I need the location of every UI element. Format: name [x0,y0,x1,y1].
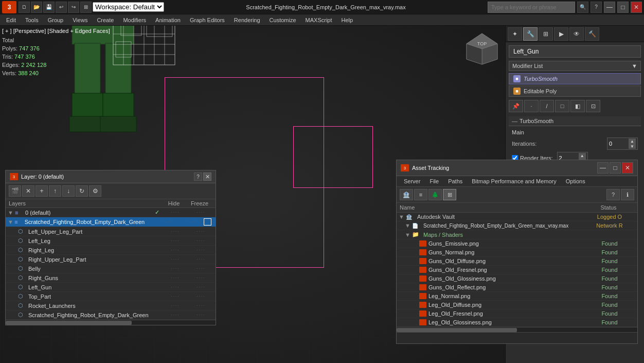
layer-item[interactable]: ⬡ Left_Leg · · · · · · · · [6,236,216,246]
asset-menu-server[interactable]: Server [400,177,424,185]
menu-animation[interactable]: Animation [151,16,185,24]
rp-tab-modify[interactable]: 🔧 [523,27,538,41]
rp-tab-create[interactable]: ✦ [508,27,522,41]
layer-move-up-btn[interactable]: ↑ [49,185,61,197]
iterations-down[interactable]: ▼ [629,144,636,149]
layer-item[interactable]: ⬡ Left_Gun · · · · · · · · [6,283,216,292]
asset-item-png[interactable]: Leg_Old_Fresnel.png Found [397,309,637,318]
layer-close-btn[interactable]: ✕ [203,172,211,181]
undo-btn[interactable]: ↩ [56,2,67,13]
border-btn[interactable]: □ [555,100,569,112]
render-iters-up[interactable]: ▲ [579,153,586,158]
layer-item[interactable]: ⬡ Top_Part · · · · · · · · [6,292,216,301]
expand-icon[interactable]: ▼ [8,219,14,225]
asset-scrollbar-thumb[interactable] [397,328,517,332]
open-file-btn[interactable]: 📂 [31,2,42,13]
iterations-input[interactable]: 0 ▲ ▼ [607,137,638,150]
menu-views[interactable]: Views [68,16,92,24]
expand-icon[interactable]: ▼ [8,210,15,216]
layer-item[interactable]: ▼ ≡ 0 (default) ✓ · · · · · · · · [6,208,216,217]
layer-settings-btn[interactable]: ⚙ [89,185,101,197]
asset-btn-list[interactable]: ≡ [414,189,427,200]
maximize-btn[interactable]: □ [617,2,629,13]
asset-btn-grid[interactable]: ⊞ [443,189,456,200]
menu-graph-editors[interactable]: Graph Editors [186,16,229,24]
asset-btn-vault[interactable]: 🏦 [400,189,413,200]
asset-maximize-btn[interactable]: □ [610,162,621,174]
layer-refresh-btn[interactable]: ↻ [76,185,88,197]
asset-item-png[interactable]: Guns_Normal.png Found [397,248,637,257]
asset-menu-bitmap[interactable]: Bitmap Performance and Memory [468,177,560,185]
asset-item-png[interactable]: Guns_Emissive.png Found [397,239,637,248]
rp-tab-motion[interactable]: ▶ [554,27,568,41]
rp-tab-display[interactable]: 👁 [569,27,584,41]
layer-move-down-btn[interactable]: ↓ [62,185,75,197]
expand-icon[interactable]: ▼ [399,214,406,220]
search-btn[interactable]: 🔍 [577,2,588,13]
menu-modifiers[interactable]: Modifiers [119,16,150,24]
layer-scene-btn[interactable]: 🎬 [9,185,21,197]
asset-minimize-btn[interactable]: — [597,162,609,174]
layer-delete-btn[interactable]: ✕ [22,185,34,197]
layer-item[interactable]: ⬡ Left_Upper_Leg_Part · · · · · · · · [6,227,216,236]
layer-item[interactable]: ⬡ Rocket_Launchers · · · · · · · · [6,301,216,310]
iterations-up[interactable]: ▲ [629,139,636,144]
modifier-editpoly[interactable]: ■ Editable Poly [509,85,641,97]
collapse-icon[interactable]: — [512,118,517,124]
asset-menu-paths[interactable]: Paths [444,177,467,185]
modifier-turbosmooth[interactable]: ■ TurboSmooth [509,73,641,84]
menu-maxscript[interactable]: MAXScript [301,16,336,24]
pin-btn[interactable]: 📌 [509,100,523,112]
layer-item[interactable]: ⬡ Right_Leg · · · · · · · · [6,246,216,255]
asset-menu-file[interactable]: File [425,177,443,185]
save-file-btn[interactable]: 💾 [43,2,55,13]
asset-item-png[interactable]: Guns_Old_Reflect.png Found [397,283,637,292]
asset-btn-tree[interactable]: 🌲 [428,189,442,200]
asset-item-file[interactable]: ▼ 📄 Scratched_Fighting_Robot_Empty_Dark_… [397,221,637,230]
element-btn[interactable]: ⊡ [586,100,600,112]
asset-scrollbar[interactable] [397,327,637,332]
layer-add-btn[interactable]: + [35,185,48,197]
layer-scrollbar-thumb[interactable] [6,321,132,325]
search-input[interactable] [488,2,575,13]
layer-item[interactable]: ⬡ Right_Upper_Leg_Part · · · · · · · · [6,255,216,264]
asset-item-png[interactable]: Leg_Old_Diffuse.png Found [397,301,637,309]
menu-help[interactable]: Help [337,16,357,24]
menu-group[interactable]: Group [44,16,68,24]
layer-item-selected[interactable]: ▼ ≡ Scratched_Fighting_Robot_Empty_Dark_… [6,217,216,227]
asset-close-btn[interactable]: ✕ [622,162,633,174]
asset-item-png[interactable]: Guns_Old_Diffuse.png Found [397,257,637,266]
menu-edit[interactable]: Edit [2,16,20,24]
asset-item-png[interactable]: Guns_Old_Glossiness.png Found [397,274,637,283]
layer-help-btn[interactable]: ? [194,172,202,181]
help-btn[interactable]: ? [591,2,602,13]
close-btn[interactable]: ✕ [631,2,642,13]
asset-menu-options[interactable]: Options [562,177,589,185]
viewcube[interactable]: TOP [464,31,500,67]
asset-item-maps-folder[interactable]: ▼ 📁 Maps / Shaders [397,230,637,239]
workspace-dropdown[interactable]: Workspace: DefaultWorkspace: Default [93,2,164,12]
minimize-btn[interactable]: — [604,2,615,13]
layer-item[interactable]: ⬡ Belly · · · · · · · · [6,264,216,273]
asset-btn-help[interactable]: ? [606,189,620,200]
iterations-spinner[interactable]: ▲ ▼ [629,139,636,149]
redo-btn[interactable]: ↪ [68,2,79,13]
new-file-btn[interactable]: 🗋 [19,2,30,13]
layer-item[interactable]: ⬡ Scratched_Fighting_Robot_Empty_Dark_Gr… [6,310,216,320]
layer-scrollbar[interactable] [6,320,216,325]
menu-create[interactable]: Create [93,16,118,24]
menu-rendering[interactable]: Rendering [230,16,264,24]
asset-btn-info[interactable]: ℹ [621,189,634,200]
asset-item-png[interactable]: Leg_Old_Glossiness.png Found [397,318,637,327]
expand-icon[interactable]: ▼ [405,232,412,238]
menu-customize[interactable]: Customize [265,16,300,24]
modifier-list-header[interactable]: Modifier List ▼ [509,61,641,71]
asset-item-png[interactable]: Leg_Normal.png Found [397,292,637,301]
edge-btn[interactable]: / [540,100,554,112]
layer-item[interactable]: ⬡ Right_Guns · · · · · · · · [6,273,216,283]
vertex-btn[interactable]: · [524,100,539,112]
menu-tools[interactable]: Tools [21,16,43,24]
asset-item-png[interactable]: Guns_Old_Fresnel.png Found [397,266,637,274]
object-link-btn[interactable]: ⊞ [80,2,92,13]
poly-btn[interactable]: ◧ [570,100,585,112]
